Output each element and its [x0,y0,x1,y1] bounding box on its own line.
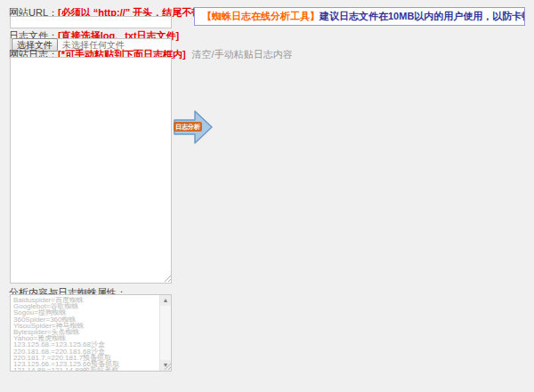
spider-list-item: 121.14.89.=121.14.89的新站考察 [13,367,158,371]
clear-log-link[interactable]: 清空/手动粘贴日志内容 [192,49,293,60]
listbox-resize-grip[interactable] [164,363,172,371]
scroll-up-icon[interactable]: ▲ [160,295,171,306]
url-input[interactable] [10,16,172,28]
log-textarea[interactable] [10,57,172,284]
scrollbar[interactable]: ▲ ▼ [159,295,171,371]
analyze-button[interactable]: 日志分析 [174,108,214,146]
notice-title: 【蜘蛛日志在线分析工具】 [202,11,320,21]
spider-list-box[interactable]: Baiduspider=百度蜘蛛Googlebot=谷歌蜘蛛Sogou=搜狗蜘蛛… [10,294,172,372]
page: { "colors": { "red-hint": "#e60000", "gr… [0,0,534,392]
analyze-button-label: 日志分析 [174,122,202,132]
notice-banner: 【蜘蛛日志在线分析工具】建议日志文件在10MB以内的用户使用，以防卡顿。 [194,7,525,26]
notice-text: 建议日志文件在10MB以内的用户使用，以防卡顿。 [320,11,525,21]
spider-list: Baiduspider=百度蜘蛛Googlebot=谷歌蜘蛛Sogou=搜狗蜘蛛… [13,297,158,371]
textarea-resize-grip[interactable] [164,275,172,283]
